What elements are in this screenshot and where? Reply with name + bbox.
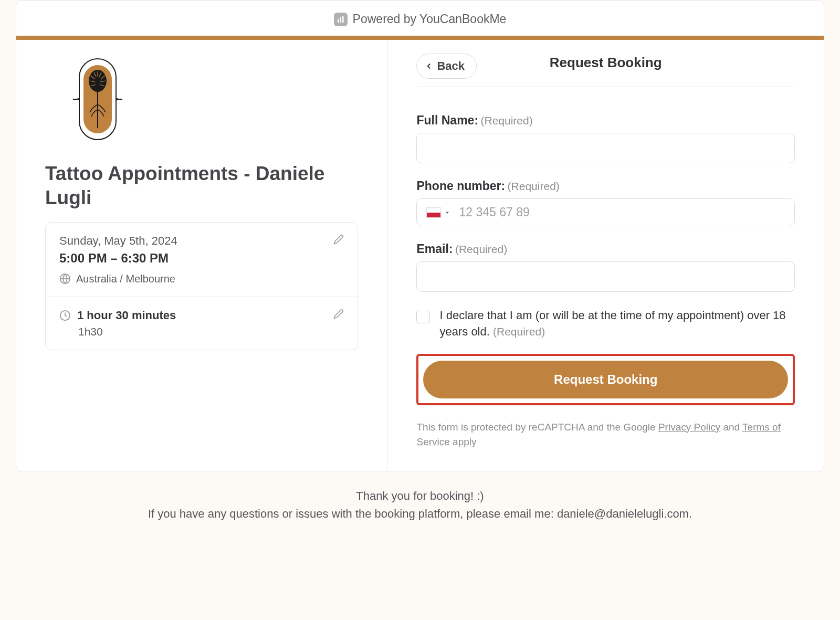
svg-rect-0 (338, 19, 339, 23)
duration-label: 1 hour 30 minutes (77, 309, 176, 322)
booking-summary-panel: Tattoo Appointments - Daniele Lugli Sund… (16, 40, 387, 471)
submit-highlight-box: Request Booking (416, 354, 795, 405)
booking-details-card: Sunday, May 5th, 2024 5:00 PM – 6:30 PM … (45, 222, 358, 350)
edit-duration-icon[interactable] (333, 309, 344, 321)
svg-point-8 (116, 98, 118, 100)
svg-marker-23 (446, 212, 449, 214)
privacy-policy-link[interactable]: Privacy Policy (658, 422, 720, 433)
booking-card: Powered by YouCanBookMe (16, 0, 824, 471)
flag-icon (426, 207, 441, 218)
booking-form-panel: Back Request Booking Full Name: (Require… (387, 40, 824, 471)
required-badge: (Required) (455, 243, 507, 255)
globe-icon (59, 273, 71, 285)
required-badge: (Required) (481, 114, 533, 127)
svg-rect-1 (340, 17, 341, 23)
clock-icon (59, 310, 71, 321)
age-declaration-text: I declare that I am (or will be at the t… (439, 309, 785, 338)
phone-label: Phone number: (416, 179, 505, 193)
phone-input[interactable] (459, 205, 785, 219)
edit-datetime-icon[interactable] (333, 234, 344, 247)
ycbm-logo-icon (334, 13, 348, 26)
svg-point-6 (77, 98, 79, 100)
email-group: Email: (Required) (416, 242, 795, 292)
powered-by-label: Powered by YouCanBookMe (353, 12, 507, 26)
form-title: Request Booking (550, 55, 662, 71)
page-title: Tattoo Appointments - Daniele Lugli (45, 162, 358, 211)
back-button[interactable]: Back (416, 54, 477, 79)
country-code-selector[interactable] (426, 207, 459, 218)
required-badge: (Required) (493, 325, 545, 338)
age-declaration-checkbox[interactable] (416, 310, 430, 323)
duration-short: 1h30 (78, 325, 344, 338)
phone-group: Phone number: (Required) (416, 179, 795, 226)
artist-logo (69, 55, 358, 146)
fullname-input[interactable] (416, 133, 795, 163)
email-input[interactable] (416, 261, 795, 292)
fullname-label: Full Name: (416, 113, 478, 127)
duration-row: 1 hour 30 minutes 1h30 (46, 297, 358, 350)
booking-timezone: Australia / Melbourne (76, 273, 175, 285)
required-badge: (Required) (508, 180, 560, 192)
footer-line-1: Thank you for booking! :) (16, 487, 824, 505)
chevron-down-icon (444, 209, 450, 216)
back-button-label: Back (437, 59, 465, 73)
footer-message: Thank you for booking! :) If you have an… (16, 487, 824, 523)
email-label: Email: (416, 242, 453, 256)
age-declaration-row: I declare that I am (or will be at the t… (416, 308, 795, 340)
svg-rect-2 (342, 16, 344, 23)
datetime-row: Sunday, May 5th, 2024 5:00 PM – 6:30 PM … (46, 223, 358, 297)
booking-date: Sunday, May 5th, 2024 (59, 234, 344, 248)
footer-line-2: If you have any questions or issues with… (16, 505, 824, 523)
request-booking-button[interactable]: Request Booking (423, 361, 788, 398)
recaptcha-notice: This form is protected by reCAPTCHA and … (416, 420, 795, 450)
fullname-group: Full Name: (Required) (416, 113, 795, 163)
powered-by-bar[interactable]: Powered by YouCanBookMe (16, 1, 824, 40)
booking-time-range: 5:00 PM – 6:30 PM (59, 251, 344, 266)
